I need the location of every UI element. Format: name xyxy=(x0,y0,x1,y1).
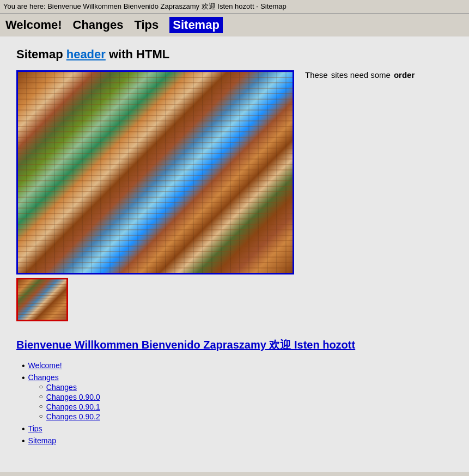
main-image xyxy=(16,70,294,274)
caption-order: order xyxy=(394,70,415,80)
image-area xyxy=(16,70,294,332)
nav-bar: Welcome! Changes Tips Sitemap xyxy=(0,14,469,36)
list-item-welcome: Welcome! xyxy=(22,361,453,371)
nav-changes[interactable]: Changes xyxy=(73,18,124,32)
changes-sublist: Changes Changes 0.90.0 Changes 0.90.1 Ch… xyxy=(28,383,100,421)
list-item-changes-090: Changes 0.90.0 xyxy=(39,393,100,401)
caption-rest: sites need some xyxy=(331,70,391,80)
list-item-tips: Tips xyxy=(22,424,453,434)
site-nav-list: Welcome! Changes Changes Changes 0.90.0 … xyxy=(16,361,453,446)
nav-list-changes-091[interactable]: Changes 0.90.1 xyxy=(46,402,100,411)
nav-list-changes[interactable]: Changes xyxy=(28,373,59,382)
heading-prefix: Sitemap xyxy=(16,47,66,61)
nav-list-changes-090[interactable]: Changes 0.90.0 xyxy=(46,393,100,401)
heading-suffix: with HTML xyxy=(106,47,169,61)
nav-list-welcome[interactable]: Welcome! xyxy=(28,361,62,370)
caption-these: These xyxy=(305,70,328,80)
main-content: Sitemap header with HTML These sites nee… xyxy=(0,36,469,472)
nav-sitemap[interactable]: Sitemap xyxy=(169,17,223,33)
nav-list-changes-092[interactable]: Changes 0.90.2 xyxy=(46,412,100,421)
list-item-changes-main: Changes xyxy=(39,383,100,392)
thumbnail-books xyxy=(18,279,66,320)
site-title-link[interactable]: Bienvenue Willkommen Bienvenido Zaprasza… xyxy=(16,338,453,352)
image-section: These sites need some order xyxy=(16,70,453,332)
breadcrumb: You are here: Bienvenue Willkommen Bienv… xyxy=(0,0,469,14)
thumbnail-image xyxy=(16,278,68,321)
nav-list-sitemap[interactable]: Sitemap xyxy=(28,436,56,445)
nav-welcome[interactable]: Welcome! xyxy=(5,18,62,32)
nav-list-changes-main[interactable]: Changes xyxy=(46,383,77,392)
side-caption: These sites need some order xyxy=(294,70,415,80)
page-heading: Sitemap header with HTML xyxy=(16,47,453,62)
list-item-sitemap: Sitemap xyxy=(22,436,453,446)
nav-tips[interactable]: Tips xyxy=(134,18,159,32)
nav-list-tips[interactable]: Tips xyxy=(28,424,42,433)
heading-link[interactable]: header xyxy=(66,47,106,61)
books-image xyxy=(18,72,293,273)
below-image-row xyxy=(16,274,294,332)
list-item-changes-091: Changes 0.90.1 xyxy=(39,402,100,411)
list-item-changes-092: Changes 0.90.2 xyxy=(39,412,100,421)
list-item-changes: Changes Changes Changes 0.90.0 Changes 0… xyxy=(22,373,453,422)
